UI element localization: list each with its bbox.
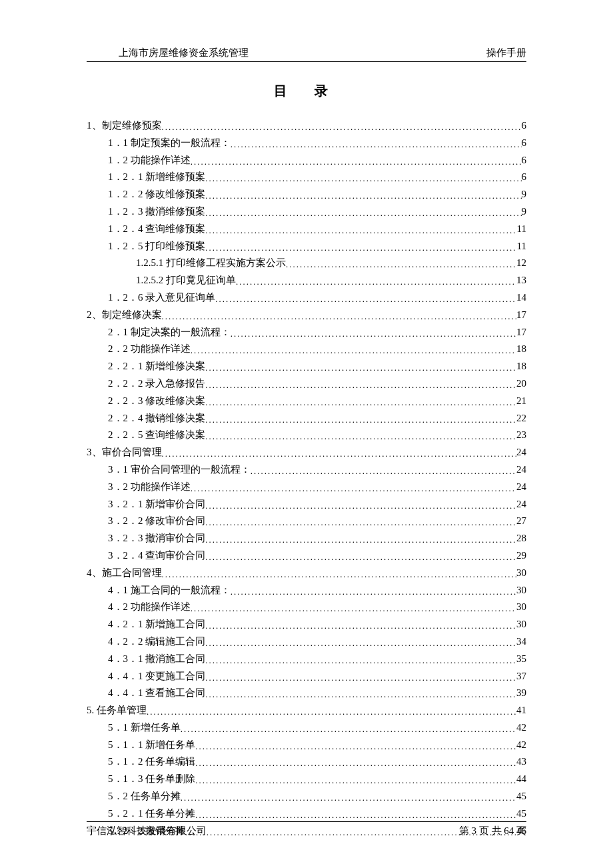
toc-entry-label: 5．1．1 新增任务单: [108, 737, 195, 754]
toc-leader-dots: [205, 515, 516, 530]
header-title-right: 操作手册: [486, 47, 526, 59]
toc-entry[interactable]: 4．4．1 变更施工合同37: [87, 668, 526, 685]
toc-leader-dots: [231, 137, 522, 152]
toc-entry[interactable]: 1．2．5 打印维修预案11: [87, 238, 526, 255]
toc-entry-page: 18: [516, 358, 526, 375]
toc-entry-page: 30: [516, 565, 526, 582]
toc-leader-dots: [191, 155, 522, 169]
toc-entry[interactable]: 4．2．2 编辑施工合同34: [87, 633, 526, 651]
toc-entry[interactable]: 2．1 制定决案的一般流程：17: [87, 324, 526, 341]
toc-entry-page: 37: [516, 668, 526, 685]
toc-entry[interactable]: 1．2 功能操作详述6: [87, 152, 526, 169]
toc-leader-dots: [205, 636, 516, 651]
toc-leader-dots: [181, 791, 516, 805]
toc-entry[interactable]: 1．2．2 修改维修预案9: [87, 186, 526, 203]
toc-entry[interactable]: 4．2 功能操作详述30: [87, 599, 526, 616]
toc-entry-page: 27: [516, 513, 526, 530]
toc-leader-dots: [205, 206, 521, 221]
toc-entry[interactable]: 4．4．1 查看施工合同39: [87, 685, 526, 702]
toc-entry[interactable]: 2．2．4 撤销维修决案22: [87, 410, 526, 427]
toc-entry-label: 3、审价合同管理: [87, 444, 162, 461]
toc-entry-page: 24: [516, 461, 526, 479]
toc-entry-label: 1．2．4 查询维修预案: [108, 221, 205, 238]
toc-entry[interactable]: 2．2．1 新增维修决案18: [87, 358, 526, 375]
toc-entry-label: 4．3．1 撤消施工合同: [108, 651, 205, 668]
toc-entry-page: 30: [516, 599, 526, 616]
toc-entry[interactable]: 4、施工合同管理30: [87, 565, 526, 582]
toc-entry[interactable]: 4．3．1 撤消施工合同35: [87, 651, 526, 668]
toc-leader-dots: [205, 499, 516, 513]
toc-entry[interactable]: 3．1 审价合同管理的一般流程：24: [87, 461, 526, 479]
toc-leader-dots: [205, 653, 516, 668]
toc-entry[interactable]: 3、审价合同管理24: [87, 444, 526, 461]
toc-leader-dots: [205, 378, 516, 393]
toc-entry[interactable]: 2．2．3 修改维修决案21: [87, 393, 526, 410]
toc-entry[interactable]: 5．1 新增任务单42: [87, 719, 526, 737]
toc-entry-page: 29: [516, 547, 526, 565]
toc-entry[interactable]: 3．2．1 新增审价合同24: [87, 496, 526, 513]
toc-entry[interactable]: 1．2．6 录入意见征询单14: [87, 289, 526, 307]
toc-leader-dots: [205, 413, 516, 427]
toc-entry-page: 30: [516, 582, 526, 599]
toc-entry[interactable]: 4．2．1 新增施工合同30: [87, 616, 526, 633]
toc-leader-dots: [251, 464, 516, 479]
toc-entry[interactable]: 5．2 任务单分摊45: [87, 788, 526, 805]
toc-entry-page: 30: [516, 616, 526, 633]
toc-leader-dots: [195, 808, 516, 823]
toc-leader-dots: [205, 361, 516, 375]
toc-entry[interactable]: 3．2．3 撤消审价合同28: [87, 530, 526, 547]
toc-entry[interactable]: 1、制定维修预案6: [87, 117, 526, 135]
toc-entry-label: 1．2．2 修改维修预案: [108, 186, 205, 203]
toc-leader-dots: [181, 722, 516, 737]
toc-entry-label: 1、制定维修预案: [87, 117, 162, 135]
toc-entry[interactable]: 1.2.5.2 打印竟见征询单13: [87, 272, 526, 289]
footer-page-info: 第 3 页 共 64 页: [459, 825, 526, 837]
toc-entry[interactable]: 3．2．2 修改审价合同27: [87, 513, 526, 530]
toc-entry-label: 1.2.5.2 打印竟见征询单: [136, 272, 236, 289]
toc-entry[interactable]: 2．2．5 查询维修决案23: [87, 427, 526, 444]
toc-entry-page: 43: [516, 753, 526, 771]
toc-entry-label: 4．4．1 查看施工合同: [108, 685, 205, 702]
toc-entry[interactable]: 2．2．2 录入急修报告20: [87, 375, 526, 393]
toc-entry[interactable]: 1．1 制定预案的一般流程：6: [87, 135, 526, 152]
toc-entry-page: 45: [516, 788, 526, 805]
toc-entry-label: 2．2．4 撤销维修决案: [108, 410, 205, 427]
toc-leader-dots: [205, 241, 516, 255]
toc-entry[interactable]: 5．1．1 新增任务单42: [87, 737, 526, 754]
toc-entry-page: 17: [516, 307, 526, 324]
toc-leader-dots: [205, 671, 516, 685]
toc-leader-dots: [205, 189, 521, 203]
toc-entry-page: 34: [516, 633, 526, 651]
toc-entry-page: 21: [516, 393, 526, 410]
toc-entry-label: 2．2 功能操作详述: [108, 341, 191, 358]
toc-entry-label: 1．2．5 打印维修预案: [108, 238, 205, 255]
toc-entry-page: 45: [516, 805, 526, 823]
toc-entry-label: 1．2．6 录入意见征询单: [108, 289, 215, 307]
toc-entry[interactable]: 5. 任务单管理41: [87, 702, 526, 719]
toc-entry-page: 6: [522, 135, 527, 152]
toc-entry[interactable]: 2．2 功能操作详述18: [87, 341, 526, 358]
toc-entry[interactable]: 2、制定维修决案17: [87, 307, 526, 324]
toc-entry[interactable]: 3．2 功能操作详述24: [87, 479, 526, 496]
toc-entry[interactable]: 5．2．1 任务单分摊45: [87, 805, 526, 823]
toc-entry-page: 20: [516, 375, 526, 393]
toc-entry-page: 24: [516, 479, 526, 496]
toc-entry[interactable]: 1．2．3 撤消维修预案9: [87, 203, 526, 221]
toc-leader-dots: [162, 447, 517, 461]
toc-entry[interactable]: 1.2.5.1 打印维修工程实施方案公示12: [87, 255, 526, 272]
toc-entry-page: 11: [517, 238, 526, 255]
toc-entry[interactable]: 3．2．4 查询审价合同29: [87, 547, 526, 565]
toc-entry[interactable]: 1．2．4 查询维修预案11: [87, 221, 526, 238]
toc-leader-dots: [191, 481, 516, 496]
toc-entry-label: 1．1 制定预案的一般流程：: [108, 135, 231, 152]
toc-entry-label: 5. 任务单管理: [87, 702, 147, 719]
toc-leader-dots: [286, 257, 516, 272]
toc-entry-page: 6: [522, 152, 527, 169]
toc-entry[interactable]: 5．1．3 任务单删除44: [87, 771, 526, 788]
toc-entry[interactable]: 4．1 施工合同的一般流程：30: [87, 582, 526, 599]
toc-entry[interactable]: 1．2．1 新增维修预案6: [87, 169, 526, 186]
toc-leader-dots: [147, 705, 516, 719]
toc-entry[interactable]: 5．1．2 任务单编辑43: [87, 753, 526, 771]
toc-entry-page: 9: [522, 203, 527, 221]
toc-entry-page: 14: [516, 289, 526, 307]
